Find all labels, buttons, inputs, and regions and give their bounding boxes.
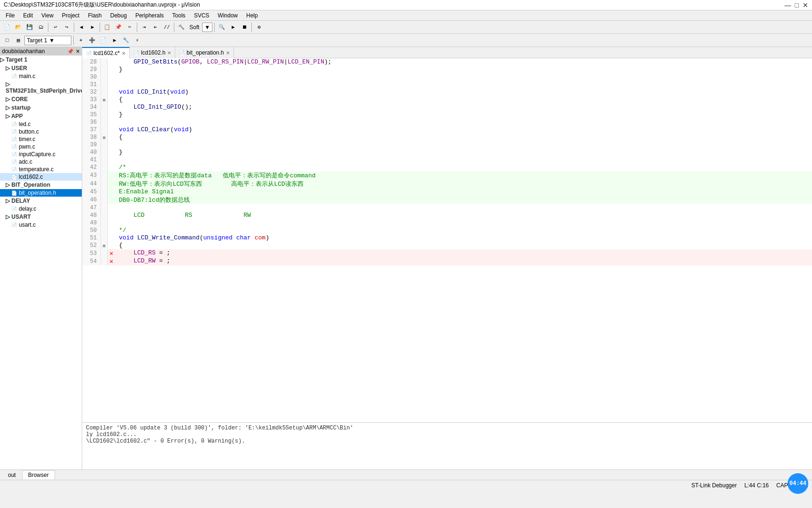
code-content[interactable]: E:Enable Signal <box>115 188 812 196</box>
code-content[interactable]: LCD_Init_GPIO(); <box>115 103 812 111</box>
menu-item-window[interactable]: Window <box>214 11 242 20</box>
code-content[interactable]: void LCD_Init(void) <box>115 88 812 96</box>
tab-close-icon[interactable]: ✕ <box>226 50 230 56</box>
fold-indicator[interactable]: ▣ <box>101 134 108 141</box>
search-button[interactable]: 🔍 <box>217 22 227 32</box>
save-button[interactable]: 💾 <box>24 22 35 32</box>
code-content[interactable]: void LCD_Clear(void) <box>115 126 812 134</box>
code-content[interactable]: { <box>115 96 812 103</box>
target-dropdown[interactable]: Target 1 ▼ <box>24 36 71 45</box>
sidebar-section-target-1[interactable]: ▷ Target 1 <box>0 56 82 64</box>
code-content[interactable]: RS:高电平：表示写的是数据data 低电平：表示写的是命令command <box>115 171 812 180</box>
sidebar-file-inputCapture-c[interactable]: 📄 inputCapture.c <box>0 151 82 158</box>
soft-dropdown[interactable]: ▼ <box>202 23 212 32</box>
build-button[interactable]: 🔨 <box>176 22 187 32</box>
sidebar-file-button-c[interactable]: 📄 button.c <box>0 128 82 135</box>
sidebar-file-led-c[interactable]: 📄 led.c <box>0 120 82 128</box>
cut-button[interactable]: ✂ <box>125 22 135 32</box>
redo-button[interactable]: ↪ <box>62 22 72 32</box>
save-all-button[interactable]: 🗂 <box>36 22 46 32</box>
code-content[interactable]: DB0-DB7:lcd的数据总线 <box>115 196 812 204</box>
bottom-tab-browser[interactable]: Browser <box>22 470 55 479</box>
sidebar-section-delay[interactable]: ▷ DELAY <box>0 197 82 205</box>
code-content[interactable] <box>115 204 812 212</box>
sidebar-section-core[interactable]: ▷ CORE <box>0 95 82 103</box>
sidebar-section-stm32f10x_stdperiph_driver[interactable]: ▷ STM32F10x_StdPeriph_Driver <box>0 80 82 95</box>
code-content[interactable]: } <box>115 111 812 119</box>
code-content[interactable]: /* <box>115 164 812 171</box>
code-content[interactable]: LCD RS RW <box>115 212 812 219</box>
code-content[interactable] <box>115 73 812 81</box>
flash-button[interactable]: ⚡ <box>132 35 142 46</box>
sidebar-section-app[interactable]: ▷ APP <box>0 112 82 120</box>
indent-button[interactable]: ⇥ <box>139 22 149 32</box>
add-group-button[interactable]: ➕ <box>87 35 97 46</box>
run-button[interactable]: ▶ <box>109 35 120 46</box>
sidebar-file-bit_operation-h[interactable]: 📄 bit_operation.h <box>0 189 82 197</box>
close-button[interactable]: ✕ <box>803 1 808 9</box>
sidebar-file-temperature-c[interactable]: 📄 temperature.c <box>0 166 82 173</box>
code-content[interactable]: } <box>115 66 812 73</box>
sidebar-close-icon[interactable]: ✕ <box>76 48 80 55</box>
view-button[interactable]: □ <box>2 35 12 46</box>
menu-item-view[interactable]: View <box>38 11 57 20</box>
maximize-button[interactable]: □ <box>795 1 799 9</box>
settings-button[interactable]: ⚙ <box>254 22 264 32</box>
sidebar-file-usart-c[interactable]: 📄 usart.c <box>0 221 82 229</box>
sidebar-section-startup[interactable]: ▷ startup <box>0 103 82 112</box>
sidebar-file-lcd1602-c[interactable]: 📄 lcd1602.c <box>0 173 82 181</box>
fold-indicator[interactable]: ▣ <box>101 242 108 249</box>
code-content[interactable] <box>115 119 812 126</box>
compile-button[interactable]: 🔧 <box>121 35 131 46</box>
menu-item-help[interactable]: Help <box>242 11 262 20</box>
sidebar-file-adc-c[interactable]: 📄 adc.c <box>0 158 82 166</box>
code-content[interactable]: } <box>115 149 812 156</box>
code-content[interactable] <box>115 219 812 227</box>
code-content[interactable] <box>115 156 812 164</box>
code-content[interactable]: GPIO_SetBits(GPIOB, LCD_RS_PIN|LCD_RW_PI… <box>115 58 812 66</box>
tab-lcd1602-c[interactable]: 📄lcd1602.c*✕ <box>82 47 130 58</box>
add-file-button[interactable]: 📄 <box>98 35 109 46</box>
copy-button[interactable]: 📋 <box>102 22 112 32</box>
sidebar-file-main-c[interactable]: 📄 main.c <box>0 72 82 80</box>
comment-button[interactable]: // <box>162 22 172 32</box>
code-content[interactable]: LCD_RW = ; <box>115 257 812 265</box>
code-content[interactable] <box>115 141 812 149</box>
code-editor[interactable]: 28 GPIO_SetBits(GPIOB, LCD_RS_PIN|LCD_RW… <box>82 58 812 422</box>
debug-run-button[interactable]: ▶ <box>228 22 238 32</box>
undo-button[interactable]: ↩ <box>50 22 61 32</box>
view2-button[interactable]: ▤ <box>13 35 23 46</box>
menu-item-flash[interactable]: Flash <box>84 11 105 20</box>
code-content[interactable]: RW:低电平：表示向LCD写东西 高电平：表示从LCD读东西 <box>115 180 812 188</box>
sidebar-file-delay-c[interactable]: 📄 delay.c <box>0 205 82 213</box>
bottom-tab-out[interactable]: out <box>2 470 22 480</box>
code-content[interactable]: */ <box>115 227 812 234</box>
sidebar-file-pwm-c[interactable]: 📄 pwm.c <box>0 143 82 151</box>
tab-lcd1602-h[interactable]: 📄lcd1602.h✕ <box>130 47 175 58</box>
sidebar-section-user[interactable]: ▷ USER <box>0 64 82 72</box>
sidebar-section-bit_operation[interactable]: ▷ BIT_Operation <box>0 181 82 189</box>
menu-item-edit[interactable]: Edit <box>19 11 37 20</box>
menu-item-debug[interactable]: Debug <box>107 11 131 20</box>
code-content[interactable] <box>115 81 812 88</box>
sidebar-file-timer-c[interactable]: 📄 timer.c <box>0 135 82 143</box>
sidebar-section-usart[interactable]: ▷ USART <box>0 213 82 221</box>
menu-item-project[interactable]: Project <box>58 11 83 20</box>
code-content[interactable]: { <box>115 242 812 249</box>
menu-item-tools[interactable]: Tools <box>169 11 189 20</box>
fold-indicator[interactable]: ▣ <box>101 96 108 103</box>
menu-item-svcs[interactable]: SVCS <box>190 11 213 20</box>
unindent-button[interactable]: ⇤ <box>150 22 161 32</box>
paste-button[interactable]: 📌 <box>113 22 124 32</box>
code-content[interactable]: { <box>115 134 812 141</box>
sidebar-pin-icon[interactable]: 📌 <box>67 48 74 55</box>
open-button[interactable]: 📂 <box>13 22 23 32</box>
menu-item-file[interactable]: File <box>2 11 18 20</box>
code-content[interactable]: LCD_RS = ; <box>115 249 812 257</box>
new-file-button[interactable]: 📄 <box>2 22 12 32</box>
code-content[interactable]: void LCD_Write_Command(unsigned char com… <box>115 234 812 242</box>
tab-close-icon[interactable]: ✕ <box>122 51 125 56</box>
minimize-button[interactable]: — <box>785 1 791 9</box>
forward-button[interactable]: ▶ <box>87 22 98 32</box>
menu-item-peripherals[interactable]: Peripherals <box>132 11 168 20</box>
